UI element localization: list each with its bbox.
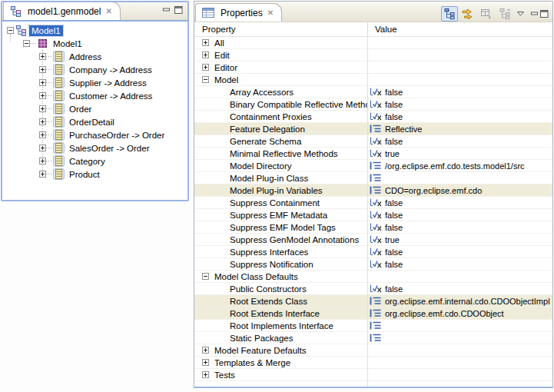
expander-icon[interactable] bbox=[39, 66, 46, 73]
property-value-cell[interactable] bbox=[367, 172, 552, 184]
maximize-button[interactable] bbox=[174, 6, 183, 14]
column-header-property[interactable]: Property bbox=[194, 25, 367, 34]
property-row[interactable]: Model Directory /org.eclipse.emf.cdo.tes… bbox=[194, 160, 552, 172]
property-row[interactable]: Feature Delegation Reflective bbox=[194, 123, 552, 135]
view-menu-button[interactable] bbox=[515, 6, 526, 22]
property-value-cell[interactable]: true bbox=[367, 234, 552, 245]
expander-icon[interactable] bbox=[202, 359, 209, 366]
property-row[interactable]: Model Class Defaults bbox=[194, 271, 552, 283]
expander-icon[interactable] bbox=[202, 273, 209, 280]
expander-icon[interactable] bbox=[39, 171, 46, 178]
property-row[interactable]: Root Extends Interface org.eclipse.emf.c… bbox=[194, 307, 552, 320]
property-value-cell[interactable]: false bbox=[367, 246, 552, 257]
property-value-cell[interactable] bbox=[367, 320, 552, 331]
restore-default-value-button[interactable] bbox=[478, 6, 495, 22]
tree-item[interactable]: Supplier -> Address bbox=[2, 76, 187, 89]
expander-icon[interactable] bbox=[39, 118, 46, 125]
property-row[interactable]: Root Extends Class org.eclipse.emf.inter… bbox=[194, 295, 552, 307]
expander-icon[interactable] bbox=[39, 145, 46, 151]
show-categories-button[interactable] bbox=[441, 6, 458, 22]
property-value-cell[interactable]: org.eclipse.emf.internal.cdo.CDOObjectIm… bbox=[367, 295, 552, 307]
property-row[interactable]: Suppress EMF Metadata false bbox=[194, 209, 552, 221]
property-row[interactable]: Templates & Merge bbox=[194, 357, 552, 369]
property-value-cell[interactable]: Reflective bbox=[367, 123, 552, 135]
property-value-cell[interactable]: false bbox=[367, 111, 552, 122]
expander-icon[interactable] bbox=[202, 39, 209, 46]
tree-item[interactable]: Product bbox=[2, 168, 187, 181]
property-row[interactable]: Model Plug-in Class bbox=[194, 172, 552, 184]
property-value-cell[interactable]: false bbox=[367, 86, 552, 98]
property-value-cell[interactable] bbox=[367, 369, 552, 380]
property-value-cell[interactable]: false bbox=[367, 98, 552, 110]
tree-item[interactable]: Company -> Address bbox=[2, 63, 187, 76]
property-row[interactable]: Model bbox=[194, 74, 552, 86]
expander-icon[interactable] bbox=[39, 158, 46, 164]
column-divider[interactable] bbox=[367, 22, 368, 36]
property-row[interactable]: Suppress Containment false bbox=[194, 197, 552, 209]
property-value-cell[interactable]: false bbox=[367, 258, 552, 270]
expander-icon[interactable] bbox=[202, 76, 209, 83]
expander-icon[interactable] bbox=[39, 79, 46, 86]
expander-icon[interactable] bbox=[202, 51, 209, 58]
property-row[interactable]: Static Packages bbox=[194, 332, 552, 344]
expander-icon[interactable] bbox=[39, 131, 46, 138]
tree-item[interactable]: Order bbox=[2, 102, 187, 115]
maximize-button[interactable] bbox=[540, 10, 549, 18]
tree-item[interactable]: SalesOrder -> Order bbox=[2, 141, 187, 154]
property-row[interactable]: Generate Schema false bbox=[194, 135, 552, 148]
property-value-cell[interactable] bbox=[367, 74, 552, 85]
property-value-cell[interactable] bbox=[367, 37, 552, 48]
tree-item[interactable]: Model1 bbox=[2, 37, 187, 50]
property-row[interactable]: Suppress Interfaces false bbox=[194, 246, 552, 258]
expander-icon[interactable] bbox=[39, 105, 46, 112]
expander-icon[interactable] bbox=[202, 64, 209, 71]
property-value-cell[interactable]: org.eclipse.emf.cdo.CDOObject bbox=[367, 307, 552, 319]
property-value-cell[interactable]: false bbox=[367, 197, 552, 208]
expander-icon[interactable] bbox=[39, 92, 46, 99]
expander-icon[interactable] bbox=[202, 347, 209, 354]
expander-icon[interactable] bbox=[23, 40, 30, 47]
property-row[interactable]: Suppress EMF Model Tags false bbox=[194, 221, 552, 234]
tree-item[interactable]: Customer -> Address bbox=[2, 89, 187, 102]
tree-item[interactable]: Category bbox=[2, 154, 187, 168]
property-value-cell[interactable] bbox=[367, 344, 552, 356]
property-row[interactable]: Binary Compatible Reflective Methods fal… bbox=[194, 98, 552, 111]
property-row[interactable]: Root Implements Interface bbox=[194, 320, 552, 332]
minimize-button[interactable] bbox=[531, 11, 539, 17]
property-value-cell[interactable] bbox=[367, 332, 552, 344]
property-row[interactable]: Suppress Notification false bbox=[194, 258, 552, 271]
property-value-cell[interactable]: false bbox=[367, 209, 552, 221]
minimize-button[interactable] bbox=[163, 7, 171, 13]
filter-properties-button[interactable] bbox=[496, 6, 513, 22]
show-advanced-properties-button[interactable] bbox=[459, 6, 476, 22]
property-value-cell[interactable]: true bbox=[367, 148, 552, 159]
property-row[interactable]: Minimal Reflective Methods true bbox=[194, 148, 552, 160]
property-row[interactable]: All bbox=[194, 37, 552, 49]
tree-item[interactable]: OrderDetail bbox=[2, 115, 187, 128]
property-value-cell[interactable] bbox=[367, 357, 552, 368]
property-row[interactable]: Edit bbox=[194, 49, 552, 61]
expander-icon[interactable] bbox=[7, 27, 14, 34]
tab-model1-genmodel[interactable]: model1.genmodel ✕ bbox=[3, 2, 121, 20]
property-value-cell[interactable]: false bbox=[367, 221, 552, 233]
property-row[interactable]: Model Plug-in Variables CDO=org.eclipse.… bbox=[194, 184, 552, 197]
property-value-cell[interactable]: false bbox=[367, 135, 552, 147]
property-row[interactable]: Editor bbox=[194, 61, 552, 74]
property-row[interactable]: Suppress GenModel Annotations true bbox=[194, 234, 552, 246]
property-value-cell[interactable] bbox=[367, 271, 552, 282]
tree-item[interactable]: PurchaseOrder -> Order bbox=[2, 128, 187, 141]
property-row[interactable]: Model Feature Defaults bbox=[194, 344, 552, 357]
tree-item[interactable]: Address bbox=[2, 50, 187, 63]
property-value-cell[interactable]: CDO=org.eclipse.emf.cdo bbox=[367, 184, 552, 196]
expander-icon[interactable] bbox=[39, 53, 46, 60]
property-value-cell[interactable]: false bbox=[367, 283, 552, 294]
property-row[interactable]: Containment Proxies false bbox=[194, 111, 552, 123]
property-value-cell[interactable] bbox=[367, 49, 552, 61]
property-row[interactable]: Tests bbox=[194, 369, 552, 381]
close-icon[interactable]: ✕ bbox=[267, 8, 274, 18]
property-row[interactable]: Array Accessors false bbox=[194, 86, 552, 98]
tree-item[interactable]: Model1 bbox=[2, 24, 187, 37]
tab-properties[interactable]: Properties ✕ bbox=[195, 3, 282, 22]
column-header-value[interactable]: Value bbox=[367, 25, 397, 34]
property-value-cell[interactable] bbox=[367, 61, 552, 73]
